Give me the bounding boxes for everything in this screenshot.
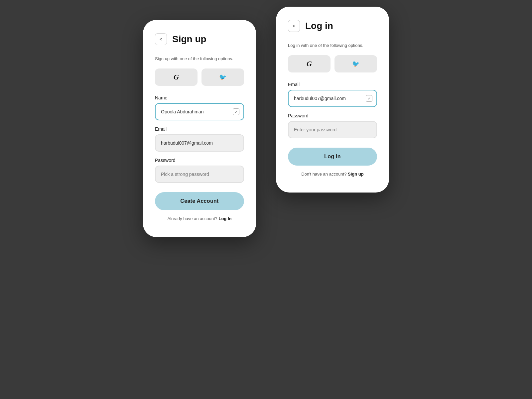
login-bottom-text: Don't have an account? Sign up — [288, 172, 377, 177]
signup-name-input-wrapper — [155, 103, 244, 120]
signup-password-input[interactable] — [155, 166, 244, 183]
login-email-input[interactable] — [288, 90, 377, 107]
login-signup-link[interactable]: Sign up — [348, 172, 364, 177]
back-arrow-icon: < — [160, 37, 162, 42]
signup-header: < Sign up — [155, 33, 244, 45]
signup-email-input[interactable] — [155, 134, 244, 152]
signup-password-label: Password — [155, 158, 244, 163]
signup-google-button[interactable]: G — [155, 68, 198, 86]
login-twitter-button[interactable]: 🐦 — [334, 55, 377, 72]
signup-email-label: Email — [155, 126, 244, 132]
signup-back-button[interactable]: < — [155, 33, 167, 45]
login-title: Log in — [305, 21, 333, 31]
signup-title: Sign up — [172, 34, 206, 45]
signup-create-account-button[interactable]: Ceate Account — [155, 192, 244, 210]
login-social-buttons: G 🐦 — [288, 55, 377, 72]
login-subtitle: Log in with one of the following options… — [288, 43, 377, 49]
signup-password-input-wrapper — [155, 166, 244, 183]
signup-name-field: Name — [155, 95, 244, 120]
signup-password-field: Password — [155, 158, 244, 183]
login-google-button[interactable]: G — [288, 55, 331, 72]
login-card: < Log in Log in with one of the followin… — [276, 7, 389, 193]
signup-name-input[interactable] — [155, 103, 244, 120]
login-email-field: Email — [288, 82, 377, 107]
signup-email-input-wrapper — [155, 134, 244, 152]
login-email-label: Email — [288, 82, 377, 87]
signup-social-buttons: G 🐦 — [155, 68, 244, 86]
signup-name-label: Name — [155, 95, 244, 100]
google-icon: G — [307, 60, 312, 68]
signup-name-check-icon — [233, 108, 239, 115]
signup-card: < Sign up Sign up with one of the follow… — [143, 20, 256, 237]
signup-login-link[interactable]: Log In — [218, 216, 231, 221]
signup-email-field: Email — [155, 126, 244, 152]
login-password-input-wrapper — [288, 121, 377, 138]
login-back-button[interactable]: < — [288, 20, 300, 32]
login-email-check-icon — [366, 95, 372, 102]
twitter-icon: 🐦 — [352, 60, 359, 67]
signup-twitter-button[interactable]: 🐦 — [201, 68, 244, 86]
google-icon: G — [174, 73, 179, 81]
signup-subtitle: Sign up with one of the following option… — [155, 56, 244, 62]
login-password-input[interactable] — [288, 121, 377, 138]
login-email-input-wrapper — [288, 90, 377, 107]
signup-bottom-text: Already have an account? Log In — [155, 216, 244, 221]
back-arrow-icon: < — [293, 23, 295, 29]
login-header: < Log in — [288, 20, 377, 32]
login-password-label: Password — [288, 113, 377, 118]
twitter-icon: 🐦 — [219, 73, 226, 81]
login-submit-button[interactable]: Log in — [288, 148, 377, 166]
login-password-field: Password — [288, 113, 377, 138]
